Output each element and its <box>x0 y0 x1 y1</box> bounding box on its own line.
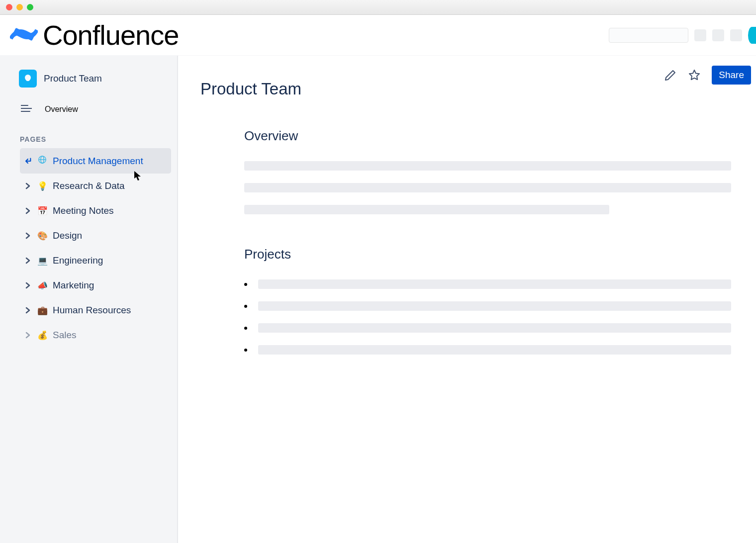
share-button[interactable]: Share <box>712 66 751 85</box>
page-item-label: Marketing <box>53 280 94 291</box>
sidebar-page-item[interactable]: 💼Human Resources <box>20 298 171 323</box>
page-emoji-icon: 💡 <box>37 181 48 191</box>
header-action-3[interactable] <box>730 29 742 41</box>
page-emoji-icon: 📅 <box>37 206 48 216</box>
content-toolbar: Share <box>664 66 751 85</box>
header-action-1[interactable] <box>694 29 706 41</box>
sidebar-page-item[interactable]: 🎨Design <box>20 223 171 248</box>
projects-list <box>244 279 731 355</box>
page-item-label: Design <box>53 230 82 241</box>
return-icon[interactable] <box>24 157 32 165</box>
close-window-button[interactable] <box>6 4 12 10</box>
page-item-label: Meeting Notes <box>53 205 114 216</box>
page-tree: Product Management💡Research & Data📅Meeti… <box>0 148 177 348</box>
main-layout: Product Team Overview PAGES Product Mana… <box>0 56 756 543</box>
skeleton-line <box>258 301 731 311</box>
list-item <box>244 345 731 355</box>
star-icon[interactable] <box>688 69 701 82</box>
sidebar-page-item[interactable]: 💡Research & Data <box>20 174 171 198</box>
space-header[interactable]: Product Team <box>0 70 177 92</box>
bullet-icon <box>244 283 247 286</box>
header-action-2[interactable] <box>712 29 724 41</box>
chevron-right-icon[interactable] <box>24 182 32 189</box>
page-emoji-icon: 💻 <box>37 256 48 266</box>
svg-marker-6 <box>689 70 699 80</box>
projects-heading: Projects <box>244 247 731 262</box>
space-icon <box>19 70 37 88</box>
page-emoji-icon: 📣 <box>37 280 48 291</box>
sidebar-page-item[interactable]: 💻Engineering <box>20 248 171 273</box>
bullet-icon <box>244 349 247 352</box>
page-item-label: Human Resources <box>53 305 131 316</box>
bullet-icon <box>244 305 247 308</box>
list-item <box>244 279 731 289</box>
list-item <box>244 323 731 333</box>
page-emoji-icon: 💼 <box>37 305 48 316</box>
sidebar: Product Team Overview PAGES Product Mana… <box>0 56 178 543</box>
header-actions <box>609 27 746 44</box>
content-body: Overview Projects <box>200 98 751 355</box>
edit-icon[interactable] <box>664 69 677 82</box>
sidebar-page-item[interactable]: 📣Marketing <box>20 273 171 298</box>
skeleton-line <box>258 279 731 289</box>
search-input[interactable] <box>609 28 688 43</box>
confluence-logo-icon <box>10 20 38 50</box>
chevron-right-icon[interactable] <box>24 307 32 314</box>
chevron-right-icon[interactable] <box>24 232 32 239</box>
skeleton-line <box>244 205 609 214</box>
chevron-right-icon[interactable] <box>24 282 32 289</box>
page-emoji-icon <box>37 155 48 167</box>
overview-label: Overview <box>45 105 78 114</box>
sidebar-page-item[interactable]: 💰Sales <box>20 323 171 348</box>
app-header: Confluence <box>0 15 756 56</box>
user-avatar[interactable] <box>748 27 756 44</box>
minimize-window-button[interactable] <box>16 4 23 10</box>
sidebar-page-item[interactable]: Product Management <box>20 148 171 174</box>
skeleton-line <box>244 183 731 192</box>
sidebar-overview-link[interactable]: Overview <box>0 92 177 124</box>
sidebar-page-item[interactable]: 📅Meeting Notes <box>20 198 171 223</box>
overview-heading: Overview <box>244 128 731 144</box>
chevron-right-icon[interactable] <box>24 332 32 339</box>
page-item-label: Engineering <box>53 255 103 266</box>
page-emoji-icon: 🎨 <box>37 231 48 241</box>
app-name: Confluence <box>43 19 179 51</box>
chevron-right-icon[interactable] <box>24 257 32 264</box>
skeleton-line <box>258 323 731 333</box>
page-emoji-icon: 💰 <box>37 330 48 341</box>
space-name: Product Team <box>44 73 102 84</box>
bullet-icon <box>244 327 247 330</box>
overview-icon <box>21 104 32 114</box>
maximize-window-button[interactable] <box>27 4 33 10</box>
page-item-label: Product Management <box>53 156 143 167</box>
window-chrome <box>0 0 756 15</box>
content-area: Share Product Team Overview Projects <box>178 56 756 543</box>
logo-area: Confluence <box>10 19 179 51</box>
page-item-label: Research & Data <box>53 181 125 191</box>
skeleton-line <box>244 161 731 171</box>
chevron-right-icon[interactable] <box>24 207 32 214</box>
pages-section-header: PAGES <box>0 124 177 148</box>
page-item-label: Sales <box>53 330 77 341</box>
list-item <box>244 301 731 311</box>
skeleton-line <box>258 345 731 355</box>
